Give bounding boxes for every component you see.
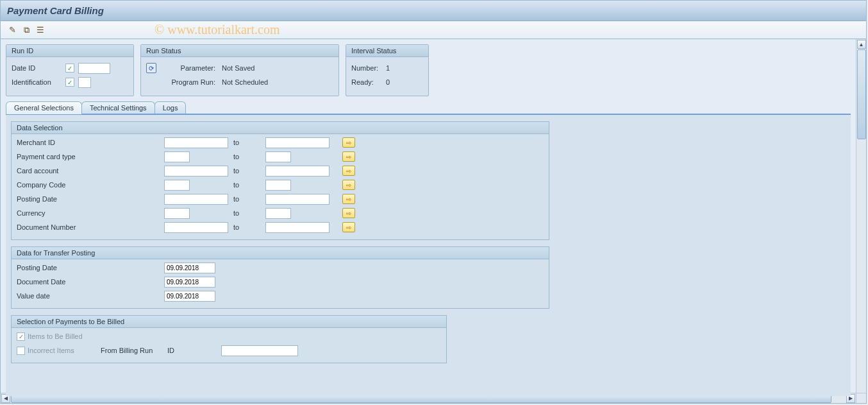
scrollbar-corner	[856, 393, 866, 403]
selection-from-input[interactable]	[164, 166, 228, 177]
selection-row-label: Currency	[17, 209, 164, 217]
selection-to-input[interactable]	[265, 222, 330, 233]
section-data-selection-header: Data Selection	[12, 122, 549, 134]
multiple-selection-button[interactable]: ⇨	[342, 137, 355, 148]
selection-from-input[interactable]	[164, 208, 190, 219]
pencil-icon[interactable]: ✎	[7, 25, 17, 35]
program-run-value: Not Scheduled	[222, 78, 268, 86]
to-label: to	[228, 195, 265, 203]
items-to-be-billed-checkbox[interactable]: ✓	[17, 332, 25, 341]
selection-to-input[interactable]	[265, 137, 330, 148]
tab-logs[interactable]: Logs	[154, 101, 187, 114]
copy-icon[interactable]: ⧉	[21, 25, 31, 35]
group-run-id-header: Run ID	[6, 45, 133, 57]
application-toolbar: ✎ ⧉ ☰	[1, 21, 866, 39]
tabstrip: General Selections Technical Settings Lo…	[6, 101, 851, 114]
to-label: to	[228, 153, 265, 160]
selection-row-label: Merchant ID	[17, 139, 164, 146]
multiple-selection-button[interactable]: ⇨	[342, 166, 355, 176]
identification-label: Identification	[12, 78, 62, 86]
selection-to-input[interactable]	[265, 194, 330, 205]
selection-row: Posting Dateto⇨	[17, 192, 544, 206]
identification-input[interactable]	[78, 77, 91, 88]
selection-to-input[interactable]	[265, 208, 291, 219]
vertical-scrollbar[interactable]: ▲ ▼	[856, 39, 866, 404]
tab-general-selections[interactable]: General Selections	[6, 101, 82, 114]
multiple-selection-button[interactable]: ⇨	[342, 151, 355, 162]
settings-icon[interactable]: ☰	[35, 25, 46, 35]
selection-from-input[interactable]	[164, 137, 228, 148]
multiple-selection-button[interactable]: ⇨	[342, 222, 355, 232]
value-date-input[interactable]	[164, 291, 215, 302]
tab-technical-settings[interactable]: Technical Settings	[81, 101, 155, 114]
to-label: to	[228, 209, 265, 217]
parameter-label: Parameter:	[160, 64, 218, 72]
section-sop-header: Selection of Payments to Be Billed	[12, 316, 446, 328]
selection-row: Company Codeto⇨	[17, 178, 544, 192]
ready-value: 0	[386, 78, 390, 86]
selection-row: Currencyto⇨	[17, 206, 544, 220]
to-label: to	[228, 223, 265, 231]
selection-row: Document Numberto⇨	[17, 220, 544, 234]
selection-from-input[interactable]	[164, 180, 190, 191]
group-run-status-header: Run Status	[141, 45, 338, 57]
selection-from-input[interactable]	[164, 194, 228, 205]
status-info-icon[interactable]: ⟳	[146, 63, 156, 73]
ready-label: Ready:	[351, 78, 382, 86]
selection-to-input[interactable]	[265, 166, 330, 177]
selection-row-label: Payment card type	[17, 153, 164, 160]
parameter-value: Not Saved	[222, 64, 255, 72]
posting-date-input[interactable]	[164, 263, 215, 273]
id-label: ID	[167, 347, 219, 354]
multiple-selection-button[interactable]: ⇨	[342, 194, 355, 204]
selection-row: Payment card typeto⇨	[17, 150, 544, 164]
selection-row-label: Posting Date	[17, 195, 164, 203]
section-data-selection: Data Selection Merchant IDto⇨Payment car…	[11, 121, 549, 240]
title-bar: Payment Card Billing	[1, 1, 866, 21]
selection-row: Merchant IDto⇨	[17, 135, 544, 150]
group-interval-status: Interval Status Number: 1 Ready: 0	[346, 44, 429, 96]
selection-to-input[interactable]	[265, 151, 291, 162]
selection-row-label: Card account	[17, 167, 164, 175]
selection-from-input[interactable]	[164, 151, 190, 162]
to-label: to	[228, 167, 265, 175]
to-label: to	[228, 139, 265, 146]
incorrect-items-checkbox[interactable]	[17, 347, 25, 355]
multiple-selection-button[interactable]: ⇨	[342, 208, 355, 218]
section-transfer-posting: Data for Transfer Posting Posting Date D…	[11, 246, 549, 309]
selection-to-input[interactable]	[265, 180, 291, 191]
program-run-label: Program Run:	[160, 78, 218, 86]
group-interval-status-header: Interval Status	[346, 45, 428, 57]
document-date-label: Document Date	[17, 278, 164, 286]
selection-row: Card accountto⇨	[17, 164, 544, 178]
section-selection-of-payments: Selection of Payments to Be Billed ✓ Ite…	[11, 315, 447, 363]
page-title: Payment Card Billing	[7, 5, 104, 16]
date-id-label: Date ID	[12, 64, 62, 72]
selection-row-label: Document Number	[17, 223, 164, 231]
date-id-input[interactable]	[78, 63, 110, 74]
multiple-selection-button[interactable]: ⇨	[342, 180, 355, 190]
from-billing-run-label: From Billing Run	[101, 347, 165, 354]
items-to-be-billed-label: Items to Be Billed	[28, 332, 83, 340]
document-date-input[interactable]	[164, 277, 215, 288]
number-label: Number:	[351, 64, 382, 72]
selection-row-label: Company Code	[17, 181, 164, 189]
scroll-thumb-v[interactable]	[857, 49, 866, 139]
number-value: 1	[386, 64, 390, 72]
identification-required-icon: ✓	[65, 78, 74, 87]
section-transfer-posting-header: Data for Transfer Posting	[12, 247, 549, 259]
date-id-required-icon: ✓	[65, 64, 74, 73]
scroll-up-icon[interactable]: ▲	[857, 40, 866, 49]
value-date-label: Value date	[17, 292, 164, 300]
posting-date-label: Posting Date	[17, 264, 164, 271]
to-label: to	[228, 181, 265, 189]
group-run-id: Run ID Date ID ✓ Identification ✓	[6, 44, 134, 96]
incorrect-items-label: Incorrect Items	[28, 347, 98, 354]
billing-run-id-input[interactable]	[221, 345, 298, 356]
selection-from-input[interactable]	[164, 222, 228, 233]
group-run-status: Run Status ⟳ Parameter: Not Saved Progra…	[140, 44, 339, 96]
tab-content-general: Data Selection Merchant IDto⇨Payment car…	[6, 114, 851, 396]
